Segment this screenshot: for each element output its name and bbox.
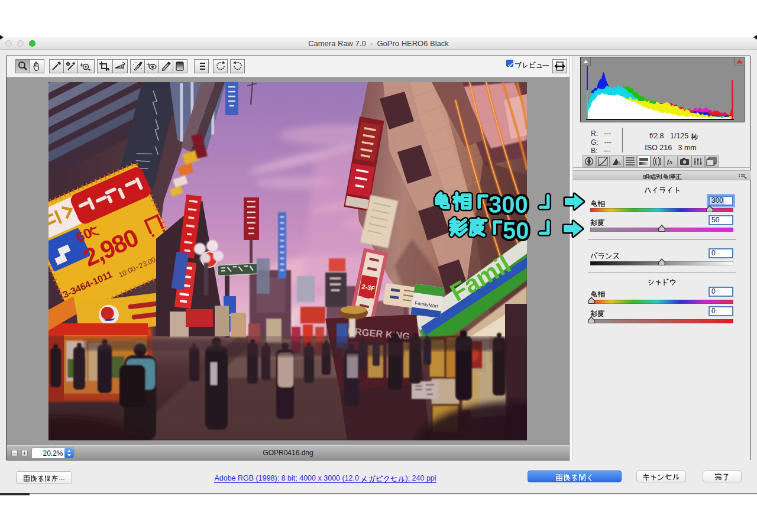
svg-text:50: 50 <box>503 218 529 244</box>
svg-text:300: 300 <box>489 192 528 218</box>
svg-text:fx: fx <box>667 158 673 165</box>
